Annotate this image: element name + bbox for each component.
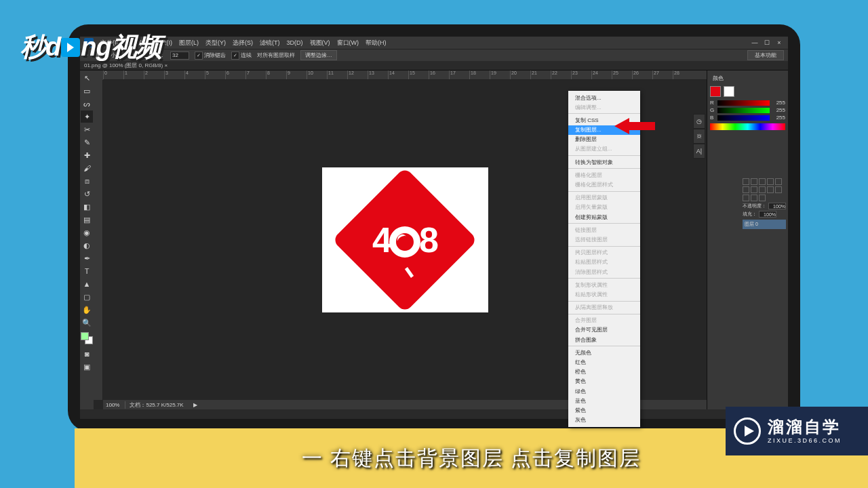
foreground-color-icon[interactable] [81, 332, 89, 340]
layer-filter-icons-2[interactable] [743, 186, 786, 193]
refine-edge-button[interactable]: 调整边缘… [300, 50, 337, 60]
context-menu-item-36[interactable]: 黄色 [568, 377, 640, 386]
context-menu-item-37[interactable]: 绿色 [568, 386, 640, 396]
info-menu-icon[interactable]: ▶ [193, 402, 197, 408]
context-menu-item-39[interactable]: 紫色 [568, 405, 640, 415]
clone-stamp-tool-icon[interactable]: ⧈ [81, 175, 93, 187]
zixue-watermark: 溜溜自学 ZIXUE.3D66.COM [726, 407, 868, 455]
context-menu-item-18: 选择链接图层 [568, 235, 640, 244]
contiguous-checkbox[interactable]: 连续 [231, 52, 252, 60]
opacity-label: 不透明度： [743, 203, 766, 209]
color-panel-tab[interactable]: 颜色 [710, 73, 785, 83]
healing-brush-tool-icon[interactable]: ✚ [81, 149, 93, 161]
context-menu-item-33[interactable]: 无颜色 [568, 348, 640, 357]
panel-dock: ◷ ⛭ A| [693, 114, 707, 159]
character-dock-icon[interactable]: A| [693, 144, 705, 159]
eyedropper-tool-icon[interactable]: ✎ [81, 136, 93, 148]
logo-graphic: 48 [344, 179, 466, 301]
ruler-horizontal[interactable]: 0123456789101112131415161718192021222324… [103, 70, 707, 80]
ruler-vertical[interactable] [94, 80, 103, 400]
quickmask-tool-icon[interactable]: ◙ [81, 348, 93, 360]
properties-dock-icon[interactable]: ⛭ [693, 129, 705, 144]
context-menu-item-0[interactable]: 混合选项... [568, 93, 640, 102]
ruler-corner [94, 70, 103, 80]
maximize-icon[interactable]: ☐ [762, 39, 772, 46]
brush-tool-icon[interactable]: 🖌 [81, 162, 93, 174]
g-slider[interactable]: G255 [710, 107, 785, 113]
r-slider[interactable]: R255 [710, 100, 785, 106]
layer-row-selected[interactable]: 图层 0 [743, 220, 786, 229]
crop-tool-icon[interactable]: ✂ [81, 123, 93, 136]
fg-swatch-icon[interactable] [710, 86, 721, 97]
context-menu-item-21: 粘贴图层样式 [568, 258, 640, 267]
layer-filter-icons-3[interactable] [743, 195, 786, 201]
layer-filter-icons[interactable] [743, 178, 786, 185]
context-menu-item-31[interactable]: 拼合图象 [568, 335, 640, 344]
fill-input[interactable] [759, 211, 776, 218]
main-area: ↖ ▭ ᔕ ✦ ✂ ✎ ✚ 🖌 ⧈ ↺ ◧ ▤ ◉ ◐ ✒ T ▲ ▢ ✋ 🔍 [80, 70, 788, 409]
zoom-tool-icon[interactable]: 🔍 [81, 317, 93, 329]
color-panel: 颜色 R255 G255 B255 [707, 70, 788, 133]
hand-tool-icon[interactable]: ✋ [81, 304, 93, 316]
all-layers-checkbox[interactable]: 对所有图层取样 [257, 52, 295, 59]
pen-tool-icon[interactable]: ✒ [81, 252, 93, 264]
menu-separator [568, 168, 640, 169]
logo-text: 48 [344, 179, 466, 301]
menu-bar: 文件(F) 编辑(E) 图象(I) 图层(L) 类型(Y) 选择(S) 滤镜(T… [80, 37, 788, 49]
shape-tool-icon[interactable]: ▢ [81, 291, 93, 303]
menu-separator [568, 246, 640, 247]
context-menu-item-38[interactable]: 蓝色 [568, 396, 640, 405]
menu-type[interactable]: 类型(Y) [205, 39, 226, 47]
menu-layer[interactable]: 图层(L) [179, 39, 199, 47]
menu-3d[interactable]: 3D(D) [287, 39, 303, 46]
context-menu-item-5[interactable]: 删除图层 [568, 135, 640, 144]
b-slider[interactable]: B255 [710, 115, 785, 121]
menu-view[interactable]: 视图(V) [310, 39, 330, 47]
antialias-checkbox[interactable]: 消除锯齿 [195, 52, 226, 60]
context-menu-item-8[interactable]: 转换为智能对象 [568, 157, 640, 167]
gradient-tool-icon[interactable]: ▤ [81, 214, 93, 226]
path-select-tool-icon[interactable]: ▲ [81, 278, 93, 290]
zixue-title: 溜溜自学 [768, 419, 842, 435]
context-menu-item-6: 从图层建立组... [568, 144, 640, 154]
magic-wand-tool-icon[interactable]: ✦ [81, 110, 93, 123]
menu-window[interactable]: 窗口(W) [337, 39, 359, 47]
lasso-tool-icon[interactable]: ᔕ [81, 98, 93, 110]
layer-context-menu: 混合选项...编辑调整...复制 CSS复制图层...删除图层从图层建立组...… [568, 91, 640, 427]
context-menu-item-40[interactable]: 灰色 [568, 415, 640, 425]
eraser-tool-icon[interactable]: ◧ [81, 201, 93, 213]
context-menu-item-34[interactable]: 红色 [568, 358, 640, 367]
menu-separator [568, 223, 640, 224]
marquee-tool-icon[interactable]: ▭ [81, 85, 93, 97]
history-brush-tool-icon[interactable]: ↺ [81, 188, 93, 200]
opacity-input[interactable] [768, 203, 786, 209]
zoom-level[interactable]: 100% [106, 402, 119, 408]
bg-swatch-icon[interactable] [724, 86, 734, 97]
blur-tool-icon[interactable]: ◉ [81, 226, 93, 239]
menu-help[interactable]: 帮助(H) [366, 39, 387, 47]
hue-bar[interactable] [710, 123, 785, 130]
context-menu-item-14: 启用矢量蒙版 [568, 203, 640, 212]
play-icon [61, 38, 80, 57]
workspace-selector[interactable]: 基本功能 [747, 50, 784, 60]
move-tool-icon[interactable]: ↖ [81, 72, 93, 84]
screenmode-tool-icon[interactable]: ▣ [81, 361, 93, 373]
context-menu-item-1: 编辑调整... [568, 102, 640, 112]
close-icon[interactable]: × [774, 39, 784, 46]
context-menu-item-30[interactable]: 合并可见图层 [568, 325, 640, 335]
right-panels: 颜色 R255 G255 B255 [707, 70, 788, 409]
context-menu-item-35[interactable]: 橙色 [568, 367, 640, 377]
context-menu-item-25: 粘贴形状属性 [568, 289, 640, 299]
context-menu-item-15[interactable]: 创建剪贴蒙版 [568, 212, 640, 222]
menu-select[interactable]: 选择(S) [233, 39, 253, 47]
minimize-icon[interactable]: — [750, 39, 760, 46]
dodge-tool-icon[interactable]: ◐ [81, 239, 93, 251]
context-menu-item-17: 链接图层 [568, 225, 640, 235]
color-swatch[interactable] [81, 332, 93, 344]
type-tool-icon[interactable]: T [81, 265, 93, 277]
tolerance-input[interactable] [170, 52, 189, 60]
document-tab[interactable]: 01.png @ 100% (图层 0, RGB/8) × [80, 61, 788, 70]
menu-filter[interactable]: 滤镜(T) [260, 39, 280, 47]
doc-info: 文档：525.7 K/525.7K [125, 401, 183, 409]
history-dock-icon[interactable]: ◷ [693, 114, 705, 129]
